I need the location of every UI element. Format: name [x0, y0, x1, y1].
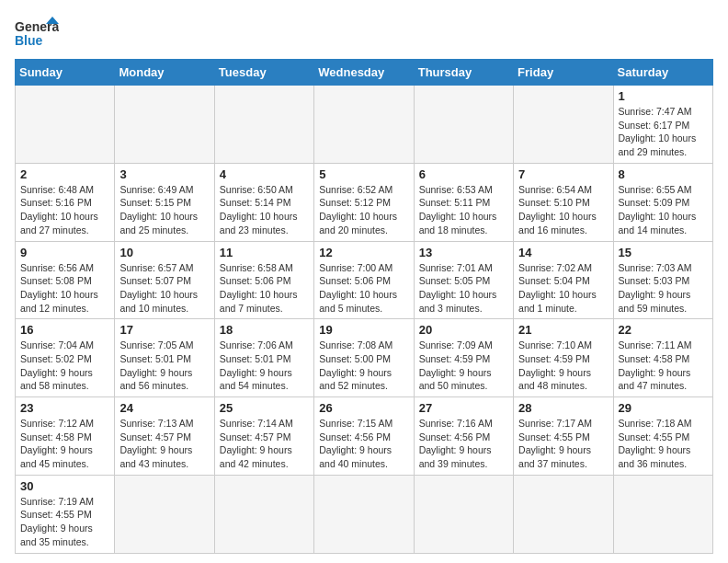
day-info: Sunrise: 6:49 AMSunset: 5:15 PMDaylight:… [119, 183, 209, 237]
day-info: Sunrise: 6:57 AMSunset: 5:07 PMDaylight:… [119, 261, 209, 316]
day-number: 1 [619, 89, 708, 103]
day-number: 30 [20, 479, 109, 493]
calendar-day-cell: 9Sunrise: 6:56 AMSunset: 5:08 PMDaylight… [16, 241, 115, 319]
day-number: 23 [20, 401, 109, 415]
calendar-day-cell: 8Sunrise: 6:55 AMSunset: 5:09 PMDaylight… [613, 163, 712, 241]
day-number: 19 [319, 323, 408, 337]
day-number: 25 [220, 401, 309, 415]
calendar-day-cell: 15Sunrise: 7:03 AMSunset: 5:03 PMDayligh… [613, 241, 712, 319]
calendar-week-row: 16Sunrise: 7:04 AMSunset: 5:02 PMDayligh… [16, 319, 713, 397]
calendar-day-cell: 4Sunrise: 6:50 AMSunset: 5:14 PMDaylight… [214, 163, 313, 241]
day-info: Sunrise: 6:48 AMSunset: 5:16 PMDaylight:… [20, 183, 109, 237]
calendar-day-cell: 2Sunrise: 6:48 AMSunset: 5:16 PMDaylight… [16, 163, 115, 241]
day-number: 6 [419, 167, 508, 181]
day-info: Sunrise: 6:50 AMSunset: 5:14 PMDaylight:… [220, 183, 309, 237]
day-info: Sunrise: 7:08 AMSunset: 5:00 PMDaylight:… [319, 339, 408, 393]
day-number: 8 [619, 167, 708, 181]
day-number: 5 [319, 167, 408, 181]
day-info: Sunrise: 7:10 AMSunset: 4:59 PMDaylight:… [518, 339, 608, 393]
day-info: Sunrise: 7:13 AMSunset: 4:57 PMDaylight:… [119, 417, 209, 471]
day-number: 4 [220, 167, 309, 181]
calendar-day-cell: 19Sunrise: 7:08 AMSunset: 5:00 PMDayligh… [314, 319, 414, 397]
calendar-day-cell: 7Sunrise: 6:54 AMSunset: 5:10 PMDaylight… [514, 163, 613, 241]
calendar-day-cell [16, 86, 115, 164]
day-number: 11 [220, 246, 309, 259]
calendar-week-row: 30Sunrise: 7:19 AMSunset: 4:55 PMDayligh… [16, 475, 713, 553]
day-info: Sunrise: 7:12 AMSunset: 4:58 PMDaylight:… [20, 417, 109, 471]
day-number: 16 [20, 323, 109, 337]
day-info: Sunrise: 7:16 AMSunset: 4:56 PMDaylight:… [419, 417, 508, 471]
day-info: Sunrise: 7:02 AMSunset: 5:04 PMDaylight:… [518, 261, 608, 316]
calendar-week-row: 1Sunrise: 7:47 AMSunset: 6:17 PMDaylight… [16, 86, 713, 164]
calendar-day-cell [414, 86, 513, 164]
day-number: 14 [518, 246, 608, 259]
day-of-week-header: Sunday [16, 60, 115, 86]
calendar-day-cell [115, 475, 214, 553]
day-number: 12 [319, 246, 408, 259]
calendar-day-cell: 5Sunrise: 6:52 AMSunset: 5:12 PMDaylight… [314, 163, 414, 241]
day-of-week-header: Monday [115, 60, 214, 86]
day-of-week-header: Wednesday [314, 60, 414, 86]
calendar-day-cell: 14Sunrise: 7:02 AMSunset: 5:04 PMDayligh… [514, 241, 613, 319]
calendar-day-cell: 28Sunrise: 7:17 AMSunset: 4:55 PMDayligh… [514, 397, 613, 476]
calendar-day-cell [214, 86, 313, 164]
day-info: Sunrise: 7:09 AMSunset: 4:59 PMDaylight:… [419, 339, 508, 393]
day-info: Sunrise: 6:52 AMSunset: 5:12 PMDaylight:… [319, 183, 408, 237]
day-number: 3 [119, 167, 209, 181]
day-info: Sunrise: 6:53 AMSunset: 5:11 PMDaylight:… [419, 183, 508, 237]
calendar-day-cell: 12Sunrise: 7:00 AMSunset: 5:06 PMDayligh… [314, 241, 414, 319]
day-number: 7 [518, 167, 608, 181]
calendar-day-cell [514, 475, 613, 553]
day-info: Sunrise: 7:11 AMSunset: 4:58 PMDaylight:… [619, 339, 708, 393]
day-number: 17 [119, 323, 209, 337]
day-info: Sunrise: 6:54 AMSunset: 5:10 PMDaylight:… [518, 183, 608, 237]
day-number: 18 [220, 323, 309, 337]
day-of-week-header: Friday [514, 60, 613, 86]
calendar-day-cell [115, 86, 214, 164]
calendar-day-cell: 3Sunrise: 6:49 AMSunset: 5:15 PMDaylight… [115, 163, 214, 241]
calendar-day-cell: 18Sunrise: 7:06 AMSunset: 5:01 PMDayligh… [214, 319, 313, 397]
calendar-week-row: 2Sunrise: 6:48 AMSunset: 5:16 PMDaylight… [16, 163, 713, 241]
calendar-day-cell: 30Sunrise: 7:19 AMSunset: 4:55 PMDayligh… [16, 475, 115, 553]
day-info: Sunrise: 7:05 AMSunset: 5:01 PMDaylight:… [119, 339, 209, 393]
day-info: Sunrise: 7:18 AMSunset: 4:55 PMDaylight:… [619, 417, 708, 471]
page-header: General Blue [15, 15, 713, 50]
day-number: 13 [419, 246, 508, 259]
calendar-day-cell: 17Sunrise: 7:05 AMSunset: 5:01 PMDayligh… [115, 319, 214, 397]
day-info: Sunrise: 7:17 AMSunset: 4:55 PMDaylight:… [518, 417, 608, 471]
calendar-day-cell [514, 86, 613, 164]
day-number: 24 [119, 401, 209, 415]
calendar-day-cell [414, 475, 513, 553]
calendar-day-cell: 25Sunrise: 7:14 AMSunset: 4:57 PMDayligh… [214, 397, 313, 476]
day-info: Sunrise: 7:47 AMSunset: 6:17 PMDaylight:… [619, 105, 708, 159]
day-number: 22 [619, 323, 708, 337]
day-of-week-header: Saturday [613, 60, 712, 86]
day-info: Sunrise: 7:15 AMSunset: 4:56 PMDaylight:… [319, 417, 408, 471]
day-number: 10 [119, 246, 209, 259]
calendar-day-cell: 29Sunrise: 7:18 AMSunset: 4:55 PMDayligh… [613, 397, 712, 476]
calendar-day-cell: 27Sunrise: 7:16 AMSunset: 4:56 PMDayligh… [414, 397, 513, 476]
day-number: 21 [518, 323, 608, 337]
day-number: 28 [518, 401, 608, 415]
calendar-day-cell: 11Sunrise: 6:58 AMSunset: 5:06 PMDayligh… [214, 241, 313, 319]
day-number: 2 [20, 167, 109, 181]
logo: General Blue [15, 15, 59, 50]
day-number: 27 [419, 401, 508, 415]
calendar-day-cell: 22Sunrise: 7:11 AMSunset: 4:58 PMDayligh… [613, 319, 712, 397]
day-info: Sunrise: 6:56 AMSunset: 5:08 PMDaylight:… [20, 261, 109, 316]
day-of-week-header: Thursday [414, 60, 513, 86]
calendar-day-cell [214, 475, 313, 553]
calendar-day-cell: 23Sunrise: 7:12 AMSunset: 4:58 PMDayligh… [16, 397, 115, 476]
calendar-day-cell: 26Sunrise: 7:15 AMSunset: 4:56 PMDayligh… [314, 397, 414, 476]
day-number: 29 [619, 401, 708, 415]
day-number: 9 [20, 246, 109, 259]
day-number: 20 [419, 323, 508, 337]
calendar-day-cell [314, 475, 414, 553]
day-info: Sunrise: 7:01 AMSunset: 5:05 PMDaylight:… [419, 261, 508, 316]
calendar-day-cell: 24Sunrise: 7:13 AMSunset: 4:57 PMDayligh… [115, 397, 214, 476]
calendar-day-cell [314, 86, 414, 164]
calendar-table: SundayMondayTuesdayWednesdayThursdayFrid… [15, 59, 713, 554]
day-info: Sunrise: 7:03 AMSunset: 5:03 PMDaylight:… [619, 261, 708, 316]
day-of-week-header: Tuesday [214, 60, 313, 86]
calendar-week-row: 9Sunrise: 6:56 AMSunset: 5:08 PMDaylight… [16, 241, 713, 319]
